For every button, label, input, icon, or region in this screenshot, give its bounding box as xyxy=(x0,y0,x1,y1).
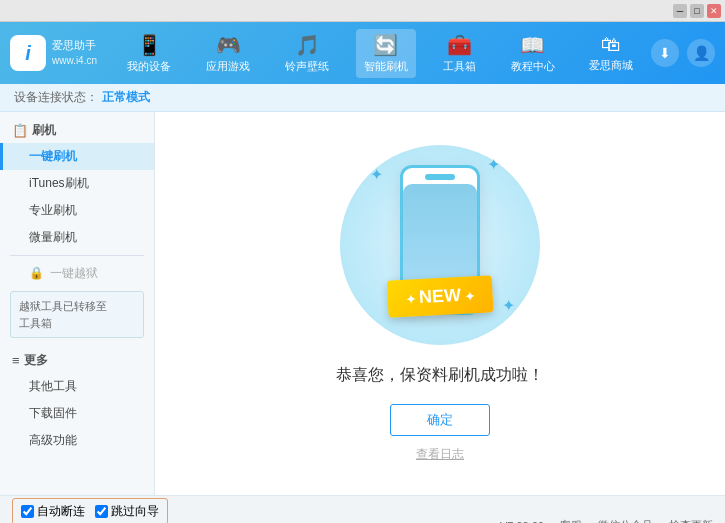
sidebar-section-label: 刷机 xyxy=(32,122,56,139)
nav-icon-ringtones: 🎵 xyxy=(295,33,320,57)
confirm-button[interactable]: 确定 xyxy=(390,404,490,436)
content-area: ✦ ✦ ✦ NEW 恭喜您，保资料刷机成功啦！ 确定 查看日志 xyxy=(155,112,725,495)
sparkle-3: ✦ xyxy=(502,296,515,315)
logo-char: i xyxy=(25,42,31,65)
nav-item-apps-games[interactable]: 🎮应用游戏 xyxy=(198,29,258,78)
more-icon: ≡ xyxy=(12,353,20,368)
sidebar-item-micro-flash[interactable]: 微量刷机 xyxy=(0,224,154,251)
success-text: 恭喜您，保资料刷机成功啦！ xyxy=(336,365,544,386)
logo-icon: i xyxy=(10,35,46,71)
sparkle-2: ✦ xyxy=(487,155,500,174)
logo-text: 爱思助手 www.i4.cn xyxy=(52,38,97,67)
status-bar: 设备连接状态： 正常模式 xyxy=(0,84,725,112)
skip-wizard-checkbox[interactable]: 跳过向导 xyxy=(95,503,159,520)
nav-item-mall[interactable]: 🛍爱思商城 xyxy=(581,29,641,77)
bottom-area: 自动断连 跳过向导 📱 iPhone 12 mini 64GB Down-12m… xyxy=(0,495,725,523)
phone-notch xyxy=(425,174,455,180)
minimize-button[interactable]: ─ xyxy=(673,4,687,18)
sidebar-item-pro-flash[interactable]: 专业刷机 xyxy=(0,197,154,224)
status-value: 正常模式 xyxy=(102,89,150,106)
sidebar-section-header: 📋 刷机 xyxy=(0,118,154,143)
sidebar-section-more: ≡ 更多 其他工具 下载固件 高级功能 xyxy=(0,342,154,454)
nav-bar: 📱我的设备🎮应用游戏🎵铃声壁纸🔄智能刷机🧰工具箱📖教程中心🛍爱思商城 xyxy=(110,29,651,78)
nav-icon-my-device: 📱 xyxy=(137,33,162,57)
main-layout: 📋 刷机 一键刷机 iTunes刷机 专业刷机 微量刷机 🔒 一键越狱 越狱工具… xyxy=(0,112,725,495)
nav-item-toolbox[interactable]: 🧰工具箱 xyxy=(435,29,484,78)
nav-icon-mall: 🛍 xyxy=(601,33,621,56)
sidebar-more-header: ≡ 更多 xyxy=(0,348,154,373)
sparkle-1: ✦ xyxy=(370,165,383,184)
phone-illustration: ✦ ✦ ✦ NEW xyxy=(340,145,540,345)
user-icon[interactable]: 👤 xyxy=(687,39,715,67)
bottom-left-col: 自动断连 跳过向导 📱 iPhone 12 mini 64GB Down-12m… xyxy=(12,498,168,524)
download-icon[interactable]: ⬇ xyxy=(651,39,679,67)
close-button[interactable]: ✕ xyxy=(707,4,721,18)
nav-icon-toolbox: 🧰 xyxy=(447,33,472,57)
bottom-checks: 自动断连 跳过向导 xyxy=(12,498,168,524)
new-badge: NEW xyxy=(387,275,493,317)
nav-item-smart-flash[interactable]: 🔄智能刷机 xyxy=(356,29,416,78)
sidebar-item-jailbreak: 🔒 一键越狱 xyxy=(0,260,154,287)
sidebar-divider-1 xyxy=(10,255,144,256)
sidebar-item-advanced[interactable]: 高级功能 xyxy=(0,427,154,454)
lock-icon: 🔒 xyxy=(29,266,44,280)
sidebar-section-flash: 📋 刷机 一键刷机 iTunes刷机 专业刷机 微量刷机 🔒 一键越狱 越狱工具… xyxy=(0,112,154,338)
check-update-link[interactable]: 检查更新 xyxy=(669,518,713,523)
version-label: V7.98.66 xyxy=(500,520,544,524)
sidebar-item-one-click[interactable]: 一键刷机 xyxy=(0,143,154,170)
sidebar-jailbreak-note: 越狱工具已转移至 工具箱 xyxy=(10,291,144,338)
bottom-right: V7.98.66 客服 微信公众号 检查更新 xyxy=(500,518,713,523)
title-bar: ─ □ ✕ xyxy=(0,0,725,22)
nav-item-ringtones[interactable]: 🎵铃声壁纸 xyxy=(277,29,337,78)
logo-area: i 爱思助手 www.i4.cn xyxy=(10,35,110,71)
sidebar: 📋 刷机 一键刷机 iTunes刷机 专业刷机 微量刷机 🔒 一键越狱 越狱工具… xyxy=(0,112,155,495)
auto-disconnect-checkbox[interactable]: 自动断连 xyxy=(21,503,85,520)
nav-icon-tutorial: 📖 xyxy=(520,33,545,57)
sidebar-item-other-tools[interactable]: 其他工具 xyxy=(0,373,154,400)
flash-section-icon: 📋 xyxy=(12,123,28,138)
sidebar-item-itunes[interactable]: iTunes刷机 xyxy=(0,170,154,197)
nav-item-my-device[interactable]: 📱我的设备 xyxy=(119,29,179,78)
status-label: 设备连接状态： xyxy=(14,89,98,106)
nav-icon-apps-games: 🎮 xyxy=(216,33,241,57)
wechat-link[interactable]: 微信公众号 xyxy=(598,518,653,523)
nav-icon-smart-flash: 🔄 xyxy=(373,33,398,57)
support-link[interactable]: 客服 xyxy=(560,518,582,523)
sidebar-item-download-fw[interactable]: 下载固件 xyxy=(0,400,154,427)
nav-item-tutorial[interactable]: 📖教程中心 xyxy=(503,29,563,78)
maximize-button[interactable]: □ xyxy=(690,4,704,18)
header: i 爱思助手 www.i4.cn 📱我的设备🎮应用游戏🎵铃声壁纸🔄智能刷机🧰工具… xyxy=(0,22,725,84)
header-actions: ⬇ 👤 xyxy=(651,39,715,67)
revisit-log-link[interactable]: 查看日志 xyxy=(416,446,464,463)
